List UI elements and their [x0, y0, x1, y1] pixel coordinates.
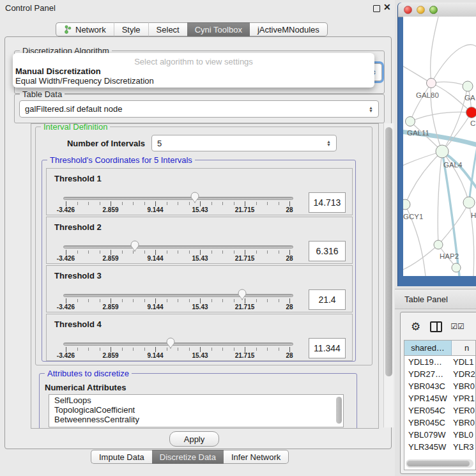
table-row[interactable]: YDR27…YDR2: [404, 368, 475, 380]
list-scrollbar[interactable]: [336, 397, 342, 424]
threshold-value-field[interactable]: 11.344: [309, 338, 346, 358]
network-edge[interactable]: [405, 151, 442, 204]
table-header-row: shared… n: [404, 341, 475, 356]
close-traffic-light-icon[interactable]: [404, 6, 412, 14]
network-node-GAL4[interactable]: [436, 145, 449, 158]
table-panel-header: Table Panel: [395, 289, 476, 309]
network-node-GCY1[interactable]: [403, 199, 410, 210]
threshold-value-field[interactable]: 14.713: [309, 192, 346, 213]
tab-discretize-data[interactable]: Discretize Data: [152, 450, 224, 464]
threshold-panel: Threshold 3 21.4 -3.4262.8599.14415.4321…: [46, 265, 353, 312]
main-scrollbar[interactable]: [383, 123, 394, 427]
slider-tick: [122, 250, 123, 254]
table-row[interactable]: YBR045CYBR0: [404, 417, 475, 429]
float-window-icon[interactable]: [373, 5, 380, 12]
column-header-shared-name[interactable]: shared…: [404, 341, 452, 355]
tab-cyni-toolbox[interactable]: Cyni Toolbox: [187, 22, 250, 36]
slider-tick-label: 2.859: [91, 206, 130, 213]
network-node-GAL80[interactable]: [427, 79, 436, 88]
network-edge[interactable]: [469, 141, 476, 203]
zoom-traffic-light-icon[interactable]: [429, 6, 438, 14]
slider-tick: [222, 348, 223, 351]
network-node-HAP2[interactable]: [434, 240, 443, 249]
table-row[interactable]: YER054CYER0: [404, 404, 475, 417]
dropdown-option-equal-width-frequency[interactable]: Equal Width/Frequency Discretization: [15, 76, 154, 86]
table-row[interactable]: YDL19…YDL1: [404, 356, 475, 368]
interval-definition-title: Interval Definition: [41, 123, 110, 132]
thresholds-group: Threshold's Coordinates for 5 Intervals …: [42, 160, 356, 362]
slider-thumb-icon[interactable]: [190, 191, 200, 204]
slider-tick-label: 21.715: [226, 206, 264, 213]
number-of-intervals-combobox[interactable]: 5 ▲▼: [151, 135, 337, 151]
threshold-value-field[interactable]: 6.316: [309, 241, 346, 261]
tab-jactivemnodules[interactable]: jActiveMNodules: [250, 22, 328, 36]
table-toolbar: ⚙ ☑☑: [401, 315, 476, 338]
attribute-list-item[interactable]: SelfLoops: [49, 395, 343, 404]
network-node-node-red[interactable]: [466, 107, 476, 118]
network-edge[interactable]: [438, 151, 442, 245]
network-edge[interactable]: [442, 112, 472, 151]
gear-icon[interactable]: ⚙: [411, 320, 420, 334]
network-canvas[interactable]: GAL80GACGAL11GAL4GCY1HHAP2: [403, 17, 476, 276]
attribute-list-item[interactable]: TopologicalCoefficient: [49, 404, 343, 414]
network-edge[interactable]: [410, 112, 472, 121]
slider-tick: [222, 250, 223, 254]
slider-tick: [222, 299, 223, 302]
attributes-group: Attributes to discretize Numerical Attri…: [39, 373, 357, 429]
tab-network[interactable]: Network: [56, 22, 114, 36]
close-icon[interactable]: ✕: [383, 2, 391, 12]
attribute-list-item[interactable]: BetweennessCentrality: [49, 414, 343, 424]
tab-select[interactable]: Select: [148, 22, 187, 36]
table-data-combobox[interactable]: galFiltered.sif default node ▲▼: [19, 100, 379, 118]
slider-thumb-icon[interactable]: [237, 288, 247, 301]
table-row[interactable]: YIL052CYIL0: [404, 453, 475, 456]
slider-tick: [122, 348, 123, 351]
network-edge[interactable]: [431, 45, 476, 83]
select-checkboxes-icon[interactable]: ☑☑: [450, 322, 464, 331]
table-row[interactable]: YBR043CYBR0: [404, 380, 475, 392]
slider-tick: [144, 348, 145, 351]
slider-thumb-icon[interactable]: [130, 240, 140, 252]
threshold-panel: Threshold 4 11.344 -3.4262.8599.14415.43…: [46, 314, 353, 361]
network-node-node-top-right[interactable]: [463, 81, 473, 91]
slider-tick: [267, 299, 268, 302]
slider-track[interactable]: [63, 342, 293, 346]
network-node-node-H[interactable]: [463, 197, 475, 208]
network-node-GAL11[interactable]: [406, 117, 415, 127]
network-node-label: GCY1: [403, 213, 423, 220]
table-row[interactable]: YPR145WYPR1: [404, 392, 475, 404]
apply-button[interactable]: Apply: [169, 431, 219, 447]
slider-tick: [167, 202, 167, 205]
numerical-attributes-list[interactable]: SelfLoopsTopologicalCoefficientBetweenne…: [49, 394, 344, 427]
slider-tick: [256, 250, 257, 254]
table-hscrollbar[interactable]: [406, 459, 473, 468]
main-scrollbar-thumb[interactable]: [385, 127, 392, 376]
tab-impute-data[interactable]: Impute Data: [91, 450, 152, 464]
table-hscrollbar-thumb[interactable]: [407, 461, 470, 466]
number-of-intervals-label: Number of Intervals: [44, 139, 145, 148]
network-node-node-bottom[interactable]: [452, 263, 461, 272]
threshold-value-field[interactable]: 21.4: [309, 289, 346, 310]
column-header-name[interactable]: n: [452, 341, 475, 355]
tab-infer-network[interactable]: Infer Network: [224, 450, 289, 464]
slider-tick: [111, 250, 111, 255]
slider-tick: [200, 298, 201, 303]
table-row[interactable]: YBL079WYBL0: [404, 429, 475, 441]
bottom-tabbar: Impute Data Discretize Data Infer Networ…: [91, 450, 289, 464]
slider-tick: [200, 250, 201, 255]
slider-thumb-icon[interactable]: [165, 337, 176, 349]
slider-track[interactable]: [63, 294, 293, 297]
table-row[interactable]: YLR345WYLR3: [404, 441, 475, 453]
slider-tick: [100, 250, 100, 254]
tab-style[interactable]: Style: [114, 22, 148, 36]
slider-tick: [66, 298, 66, 303]
columns-icon[interactable]: [430, 321, 442, 332]
slider-tick: [144, 250, 145, 254]
slider-track[interactable]: [63, 245, 293, 249]
slider-tick: [167, 348, 167, 351]
dropdown-option-manual-discretization[interactable]: Manual Discretization: [15, 66, 101, 76]
slider-tick-label: -3.426: [47, 352, 85, 359]
minimize-traffic-light-icon[interactable]: [417, 6, 425, 14]
window-title: Control Panel: [5, 3, 56, 13]
slider-track[interactable]: [63, 197, 293, 200]
